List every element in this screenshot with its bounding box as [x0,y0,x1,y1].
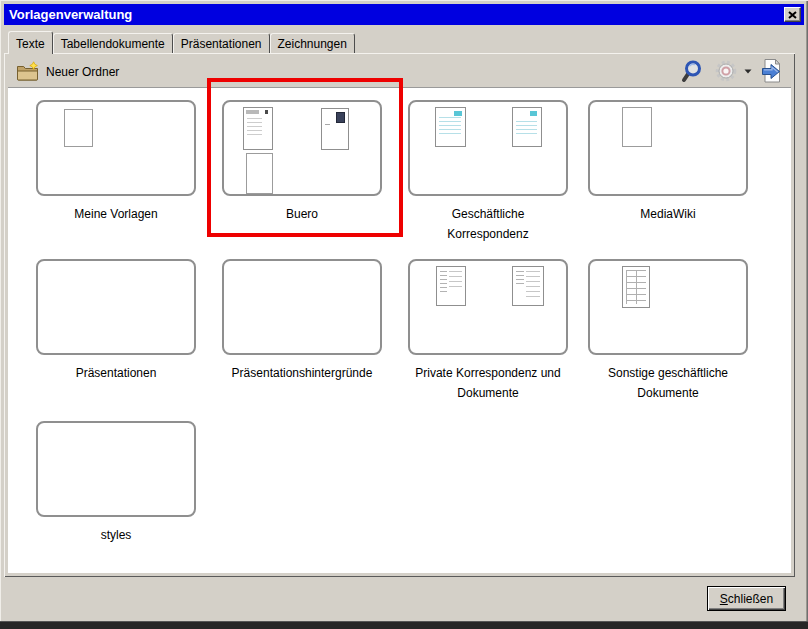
template-thumbnail [622,107,652,147]
new-folder-icon [16,61,39,82]
search-button[interactable] [680,58,706,84]
folder-item-styles[interactable]: styles [23,421,209,545]
dialog-window: Vorlagenverwaltung Texte Tabellendokumen… [0,0,808,629]
folder-item-praesentationen[interactable]: Präsentationen [23,259,209,383]
tab-bar: Texte Tabellendokumente Präsentationen Z… [8,31,355,53]
template-thumbnail [321,108,349,150]
template-thumbnail [246,153,273,194]
folder-item-sonstige-geschaeftliche-dokumente[interactable]: Sonstige geschäftliche Dokumente [575,259,761,403]
folder-label: Meine Vorlagen [39,204,193,224]
dropdown-arrow-icon [744,69,752,74]
close-button[interactable] [784,7,801,22]
folder-label: Geschäftliche Korrespondenz [411,204,565,244]
folder-item-praesentationshintergruende[interactable]: Präsentationshintergründe [209,259,395,383]
template-thumbnail [435,107,466,147]
view-settings-button[interactable] [712,58,753,84]
new-folder-button[interactable]: Neuer Ordner [14,59,121,84]
search-icon [681,59,705,83]
template-thumbnail [622,266,650,308]
template-thumbnail [512,266,544,306]
folder-card [408,259,568,355]
import-template-button[interactable] [759,57,785,85]
folder-item-private-korrespondenz[interactable]: Private Korrespondenz und Dokumente [395,259,581,403]
tab-zeichnungen[interactable]: Zeichnungen [270,33,355,53]
folder-item-buero[interactable]: Buero [209,100,395,224]
folder-label: Sonstige geschäftliche Dokumente [591,363,745,403]
folder-item-geschaeftliche-korrespondenz[interactable]: Geschäftliche Korrespondenz [395,100,581,244]
folder-item-mediawiki[interactable]: MediaWiki [575,100,761,224]
titlebar[interactable]: Vorlagenverwaltung [4,4,804,25]
toolbar-right [680,57,785,85]
folder-label: Private Korrespondenz und Dokumente [411,363,565,403]
new-folder-label: Neuer Ordner [46,65,119,79]
window-title: Vorlagenverwaltung [4,7,784,22]
close-dialog-label: Schließen [708,592,785,606]
folder-card [588,100,748,196]
template-thumbnail [436,266,466,306]
gear-icon [713,59,739,83]
import-document-icon [760,58,784,84]
template-thumbnail [243,107,273,150]
folder-card [222,259,382,355]
template-thumbnail [64,109,93,147]
tab-tabellendokumente[interactable]: Tabellendokumente [53,33,173,53]
close-dialog-button[interactable]: Schließen [707,586,786,611]
folder-card [588,259,748,355]
folder-label: Buero [225,204,379,224]
folder-label: Präsentationshintergründe [225,363,379,383]
folder-label: styles [39,525,193,545]
folder-card [36,259,196,355]
template-thumbnail [512,107,542,147]
folder-card [36,100,196,196]
tab-praesentationen[interactable]: Präsentationen [173,33,270,53]
folder-card [222,100,382,196]
folder-card [36,421,196,517]
window-bottom-edge [0,621,808,629]
close-icon [788,11,797,19]
folder-label: Präsentationen [39,363,193,383]
folder-card [408,100,568,196]
folder-item-meine-vorlagen[interactable]: Meine Vorlagen [23,100,209,224]
folder-label: MediaWiki [591,204,745,224]
tab-texte[interactable]: Texte [8,31,53,54]
